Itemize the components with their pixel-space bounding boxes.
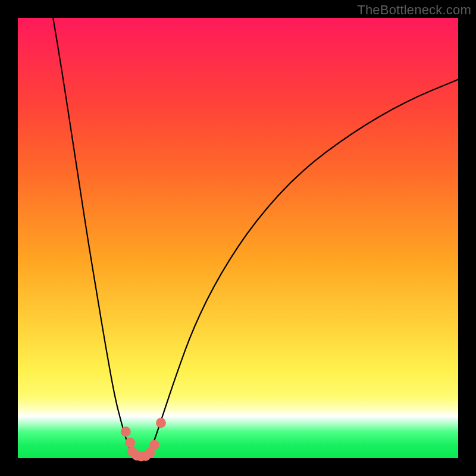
watermark-text: TheBottleneck.com bbox=[357, 2, 471, 18]
data-point bbox=[125, 438, 135, 448]
left-branch-curve bbox=[53, 18, 141, 458]
data-point bbox=[156, 418, 166, 428]
chart-overlay bbox=[18, 18, 458, 458]
data-point bbox=[121, 427, 131, 437]
right-branch-curve bbox=[141, 80, 458, 458]
data-point bbox=[149, 440, 159, 450]
data-point-cluster bbox=[121, 418, 166, 461]
chart-frame: TheBottleneck.com bbox=[0, 0, 476, 476]
